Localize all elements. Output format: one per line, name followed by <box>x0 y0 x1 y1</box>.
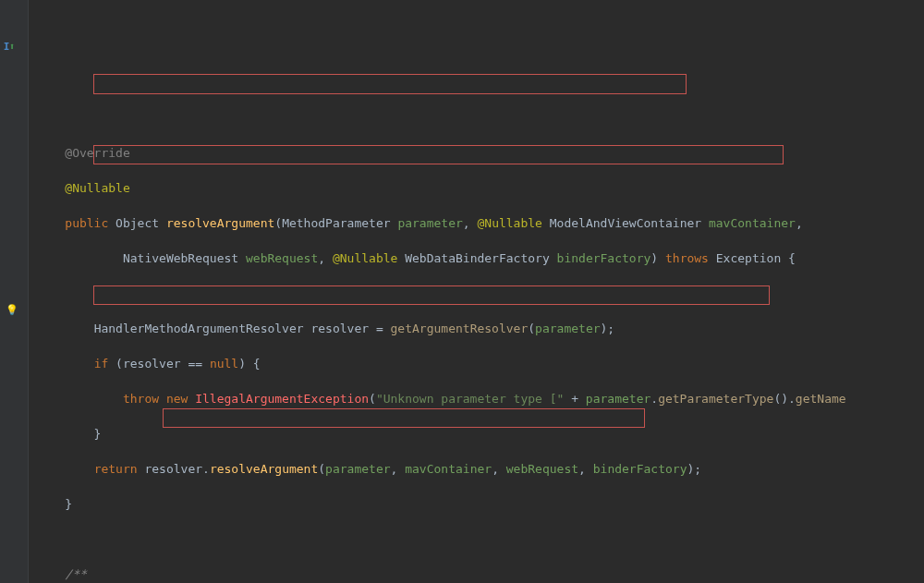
code-line: NativeWebRequest webRequest, @Nullable W… <box>29 249 846 267</box>
javadoc: /** <box>65 567 86 581</box>
annotation: @Override <box>65 146 129 160</box>
code-line: /** <box>29 565 846 583</box>
implements-icon[interactable]: I <box>0 38 13 51</box>
code-line <box>29 530 846 548</box>
code-line <box>29 285 846 302</box>
code-line: @Override <box>29 144 846 162</box>
highlight-box-1 <box>93 74 687 94</box>
annotation: @Nullable <box>65 181 129 195</box>
code-line: if (resolver == null) { <box>29 355 846 372</box>
code-area[interactable]: @Override @Nullable public Object resolv… <box>29 0 846 583</box>
code-line: @Nullable <box>29 179 846 197</box>
gutter: ⬆ I 💡 <box>0 0 29 583</box>
code-line: HandlerMethodArgumentResolver resolver =… <box>29 320 846 337</box>
code-line: throw new IllegalArgumentException("Unkn… <box>29 390 846 407</box>
code-editor[interactable]: ⬆ I 💡 @Override @Nullable public Object … <box>0 0 924 583</box>
code-line: } <box>29 495 846 513</box>
bulb-icon[interactable]: 💡 <box>6 301 18 314</box>
code-line: return resolver.resolveArgument(paramete… <box>29 460 846 478</box>
code-line: public Object resolveArgument(MethodPara… <box>29 214 846 232</box>
code-line: } <box>29 425 846 443</box>
